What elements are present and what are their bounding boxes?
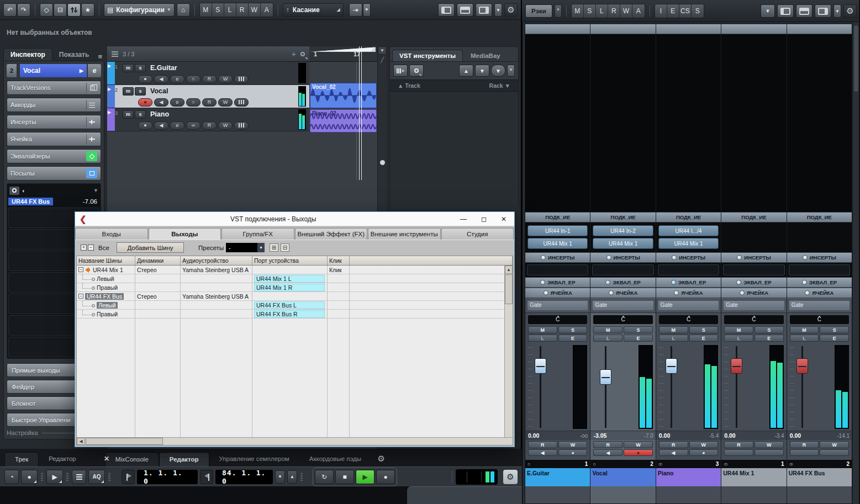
autoscroll-icon[interactable]: ⇥ <box>349 3 362 17</box>
track-lanes-icon[interactable] <box>234 98 249 107</box>
bus-row[interactable]: − UR44 Mix 1 Стерео Yamaha Steinberg USB… <box>77 266 513 274</box>
channel-name[interactable]: Vocal <box>590 468 655 486</box>
peak-value[interactable]: -7.0 <box>644 433 656 439</box>
track-write-button[interactable]: W <box>218 121 233 130</box>
write-automation-button[interactable]: W <box>820 441 849 448</box>
monitor-button[interactable] <box>790 449 819 456</box>
record-enable-button[interactable]: ● <box>624 449 653 456</box>
read-automation-button[interactable]: R <box>659 441 688 448</box>
channel-strip-header[interactable]: ЯЧЕЙКА <box>590 288 655 298</box>
track-state-icon[interactable]: ○ <box>186 75 201 83</box>
bus-row[interactable]: − UR44 FX Bus Стерео Yamaha Steinberg US… <box>77 292 513 301</box>
volume-fader[interactable] <box>535 358 546 374</box>
zone-right-button[interactable] <box>476 3 492 17</box>
strip-gate-slot[interactable]: Gate <box>787 298 852 312</box>
track-mute-button[interactable]: m <box>123 64 134 72</box>
inserts-header[interactable]: ИНСЕРТЫ <box>590 252 655 263</box>
volume-fader[interactable] <box>666 358 677 374</box>
write-automation-button[interactable]: W <box>558 441 588 448</box>
move-down-button[interactable]: ▼ <box>475 65 489 77</box>
collapse-box[interactable]: − <box>78 267 83 272</box>
scroll-up-icon[interactable]: ▲ <box>505 266 513 274</box>
insert-slot[interactable] <box>656 263 721 277</box>
track-mute-button[interactable]: m <box>123 110 134 119</box>
undo-button[interactable]: ↶ <box>3 3 17 17</box>
automation-letter-button[interactable]: L <box>224 3 236 17</box>
inserts-lamp-icon[interactable] <box>672 255 677 260</box>
dialog-tab[interactable]: Студия <box>441 228 514 240</box>
routing-header[interactable]: ПОДК_ИЕ <box>590 212 655 222</box>
zone-left-button[interactable] <box>438 3 455 17</box>
bus-click[interactable] <box>328 310 350 318</box>
automation-letter-button[interactable]: M <box>200 3 212 17</box>
store-preset-button[interactable]: ⊞ <box>270 243 278 252</box>
channel-settings-icon[interactable] <box>67 3 81 17</box>
metronome-button[interactable]: ◔ <box>4 470 19 484</box>
bus-click[interactable] <box>328 274 350 283</box>
dialog-tab[interactable]: Выходы <box>149 228 221 240</box>
chevron-down-icon[interactable]: ▼ <box>93 188 98 193</box>
fader-db-value[interactable]: 0.00 <box>787 432 801 439</box>
strip-lamp-icon[interactable] <box>674 290 679 295</box>
secondary-time-display[interactable]: 84. 1. 1. 0 <box>215 470 273 484</box>
inserts-lamp-icon[interactable] <box>737 255 742 260</box>
inserts-lamp-icon[interactable] <box>803 255 808 260</box>
track-solo-button[interactable]: s <box>135 110 146 119</box>
automation-letter-button[interactable]: S <box>212 3 224 17</box>
input-routing-button[interactable]: UR44 I.../4 <box>658 225 719 236</box>
pan-control[interactable]: C <box>790 315 849 324</box>
bus-device[interactable]: Yamaha Steinberg USB A <box>181 292 252 300</box>
eq-header[interactable]: ЭКВАЛ_ЕР <box>721 277 786 288</box>
track-read-button[interactable]: R <box>202 121 217 130</box>
channel-edit-button[interactable]: E <box>624 335 653 342</box>
sends-active-icon[interactable] <box>86 168 97 178</box>
racks-dropdown[interactable]: Рэки <box>525 4 552 18</box>
bus-name[interactable]: Левый <box>97 275 114 282</box>
hardware-rack-header[interactable] <box>721 24 786 34</box>
configurations-dropdown[interactable]: ▤ Конфигурации ▼ <box>104 3 175 17</box>
mute-button[interactable]: M <box>528 326 557 333</box>
track-list-icon[interactable] <box>112 51 118 57</box>
automation-letter-button[interactable]: W <box>620 4 632 18</box>
eq-header[interactable]: ЭКВАЛ_ЕР <box>656 277 721 288</box>
strip-gate-slot[interactable]: Gate <box>590 298 655 312</box>
channel-strip-header[interactable]: ЯЧЕЙКА <box>721 288 786 298</box>
bus-device[interactable] <box>181 301 252 309</box>
scrollbar-thumb[interactable] <box>86 438 163 445</box>
automation-letter-button[interactable]: A <box>632 4 645 18</box>
zone-bottom-button[interactable] <box>457 3 473 17</box>
channel-edit-button[interactable]: E <box>820 335 849 342</box>
lower-zone-tab[interactable]: Редактор <box>39 452 86 466</box>
automation-letter-button[interactable]: L <box>596 4 608 18</box>
lower-zone-tab[interactable]: Трек <box>4 452 39 466</box>
listen-button[interactable]: L <box>593 335 622 342</box>
gear-icon[interactable]: ⚙ <box>378 454 385 464</box>
bus-row[interactable]: − Левый UR44 Mix 1 L <box>77 274 513 283</box>
strip-lamp-icon[interactable] <box>740 290 745 295</box>
channel-name[interactable]: UR44 Mix 1 <box>721 468 786 486</box>
monitor-button[interactable] <box>724 449 753 456</box>
eq-lamp-icon[interactable] <box>605 280 610 285</box>
bus-device[interactable]: Yamaha Steinberg USB A <box>181 266 252 274</box>
drag-handle[interactable] <box>108 473 110 481</box>
hardware-rack-header[interactable] <box>656 24 721 34</box>
zoom-handle-icon[interactable]: ╱ <box>378 57 387 63</box>
bus-name[interactable]: Левый <box>97 302 118 309</box>
pan-control[interactable]: C <box>724 315 783 324</box>
monitor-button[interactable]: ◀ <box>659 449 688 456</box>
scrollbar-thumb[interactable] <box>505 274 513 304</box>
bus-port[interactable]: UR44 FX Bus L <box>254 301 325 309</box>
dialog-titlebar[interactable]: ❮ VST подключения - Выходы — ◻ ✕ <box>75 212 514 226</box>
record-enable-button[interactable]: ● <box>689 449 719 456</box>
view-letter-button[interactable]: S <box>692 4 704 18</box>
track-monitor-button[interactable]: ◀ <box>154 75 168 83</box>
eq-lamp-icon[interactable] <box>736 280 741 285</box>
solo-button[interactable]: S <box>624 326 653 333</box>
column-click[interactable]: Клик <box>328 256 350 265</box>
inserts-header[interactable]: ИНСЕРТЫ <box>525 252 590 263</box>
collapse-all-button[interactable]: ▼ <box>491 65 505 77</box>
read-automation-button[interactable]: R <box>528 441 557 448</box>
inserts-header[interactable]: ИНСЕРТЫ <box>787 252 852 263</box>
track-name[interactable]: Piano <box>150 110 169 118</box>
tab-mediabay[interactable]: MediaBay <box>463 50 508 61</box>
